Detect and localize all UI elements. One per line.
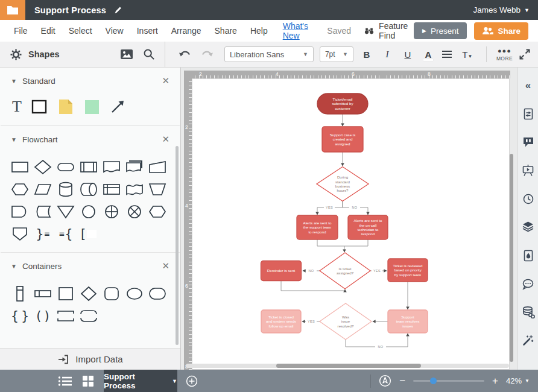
collapse-dock-button[interactable]: « [518, 71, 538, 100]
horizontal-scrollbar[interactable] [186, 364, 509, 368]
shape-preparation[interactable] [10, 181, 30, 198]
shape-note[interactable] [57, 98, 75, 116]
align-text-icon[interactable] [441, 50, 452, 58]
shape-bracket-frame[interactable] [55, 308, 76, 324]
panel-scrollbar[interactable] [176, 146, 179, 345]
shape-curly-braces[interactable]: {} [10, 308, 30, 324]
shape-manual-operation[interactable] [147, 181, 168, 198]
section-collapse-caret[interactable]: ▼ [11, 136, 17, 143]
shape-rectangle[interactable] [31, 98, 48, 115]
comments-button[interactable] [518, 128, 538, 156]
shape-vertical-container[interactable] [10, 285, 30, 302]
data-linking-button[interactable] [518, 298, 538, 326]
underline-button[interactable]: U [400, 49, 415, 60]
close-icon[interactable]: ✕ [162, 134, 169, 145]
search-icon[interactable] [143, 48, 155, 60]
add-page-icon[interactable] [186, 375, 198, 387]
horizontal-scrollbar-thumb[interactable] [276, 364, 421, 368]
shape-terminator[interactable] [55, 159, 76, 175]
menu-share[interactable]: Share [208, 26, 244, 36]
shape-multi-document[interactable] [124, 159, 145, 175]
shape-stored-data[interactable] [33, 203, 53, 220]
shape-arrow[interactable] [109, 98, 126, 115]
node-start[interactable]: Ticket/emailsubmitted bycustomer [317, 93, 368, 114]
shape-display[interactable] [147, 203, 168, 220]
font-color-button[interactable]: A [421, 49, 435, 60]
whats-new-link[interactable]: What's New [278, 21, 321, 40]
present-button[interactable]: ▶ Present [414, 22, 467, 39]
document-title[interactable]: Support Process [34, 5, 106, 15]
shape-rounded-container[interactable] [101, 285, 122, 302]
shape-annotation-left[interactable]: ≡{ [55, 226, 76, 242]
vertical-scrollbar-thumb[interactable] [510, 154, 513, 362]
node-ticket-reviewed[interactable]: Ticket is reviewedbased on priorityby su… [388, 259, 428, 282]
more-tools-button[interactable]: ●●● MORE [496, 48, 513, 62]
shape-text[interactable]: T [12, 99, 22, 115]
feature-find-button[interactable]: Feature Find [364, 21, 414, 40]
connector-line[interactable] [344, 239, 368, 246]
page-list-icon[interactable] [58, 376, 72, 387]
connector-line[interactable] [317, 239, 344, 252]
node-business-hours[interactable]: Duringstandardbusinesshours? [317, 167, 369, 201]
canvas-area[interactable]: 2 4 6 8 2 4 6 8 Ticket/emailsubmitted by… [181, 68, 517, 370]
shape-document[interactable] [101, 159, 122, 175]
shape-ellipse-container[interactable] [124, 285, 145, 302]
node-ticket-assigned[interactable]: Is ticketassigned? [320, 253, 370, 289]
chat-button[interactable] [518, 270, 538, 298]
theme-button[interactable] [518, 241, 538, 270]
italic-button[interactable]: I [380, 49, 394, 60]
shape-direct-access-storage[interactable] [78, 181, 99, 198]
shape-horizontal-container[interactable] [33, 285, 53, 302]
zoom-slider-knob[interactable] [430, 378, 437, 384]
shape-manual-input[interactable] [147, 159, 168, 175]
undo-icon[interactable] [179, 49, 193, 60]
shape-merge[interactable] [55, 203, 76, 220]
text-options-button[interactable]: T▼ [458, 49, 476, 60]
gear-icon[interactable] [10, 48, 22, 61]
shape-paper-tape[interactable] [124, 181, 145, 198]
close-icon[interactable]: ✕ [162, 261, 169, 271]
node-alerts-support-team[interactable]: Alerts are sent tothe support teamto res… [297, 215, 338, 239]
bold-button[interactable]: B [359, 49, 374, 60]
font-family-select[interactable]: Liberation Sans ▼ [224, 46, 314, 62]
node-team-resolves[interactable]: Supportteam resolvesissues [388, 310, 428, 333]
layers-button[interactable] [518, 213, 538, 241]
node-issue-resolved[interactable]: Wasissueresolved? [320, 303, 372, 340]
shape-database[interactable] [55, 181, 76, 198]
redo-icon[interactable] [199, 49, 214, 60]
menu-arrange[interactable]: Arrange [165, 26, 208, 36]
shape-rounded-frame[interactable] [78, 308, 99, 324]
shape-delay[interactable] [10, 203, 30, 220]
page-settings-button[interactable] [518, 100, 538, 128]
shape-sticky-note[interactable] [84, 99, 100, 115]
shape-diamond-container[interactable] [78, 285, 99, 302]
app-logo[interactable] [0, 0, 25, 20]
section-collapse-caret[interactable]: ▼ [11, 78, 17, 84]
rename-pencil-icon[interactable] [113, 5, 122, 14]
menu-insert[interactable]: Insert [130, 26, 165, 36]
user-account-menu[interactable]: James Webb ▼ [473, 5, 530, 14]
zoom-slider[interactable] [413, 380, 484, 382]
menu-help[interactable]: Help [244, 26, 274, 36]
menu-select[interactable]: Select [62, 26, 99, 36]
shape-data[interactable] [33, 181, 53, 198]
menu-edit[interactable]: Edit [34, 26, 62, 36]
node-alerts-oncall[interactable]: Alerts are sent tothe on-calltechnician … [348, 215, 388, 239]
shape-rectangle-container[interactable] [55, 285, 76, 302]
import-data-button[interactable]: Import Data [0, 348, 180, 370]
magic-clean-up-button[interactable] [518, 326, 538, 355]
zoom-level-select[interactable]: 42% ▼ [506, 376, 530, 385]
section-containers-header[interactable]: ▼ Containers ✕ [0, 253, 180, 279]
fullscreen-icon[interactable] [519, 48, 531, 60]
shape-pill-container[interactable] [147, 285, 168, 302]
shape-process[interactable] [10, 159, 30, 175]
document-page[interactable]: Ticket/emailsubmitted bycustomerSupport … [192, 78, 510, 370]
present-mode-button[interactable] [518, 156, 538, 185]
shape-predefined-process[interactable] [78, 159, 99, 175]
section-standard-header[interactable]: ▼ Standard ✕ [0, 68, 180, 94]
shape-decision[interactable] [33, 159, 53, 175]
shape-annotation-right[interactable]: }≡ [33, 226, 53, 242]
shape-off-page-connector[interactable] [10, 226, 30, 242]
shape-note-bracket[interactable]: [ [78, 226, 99, 242]
font-size-select[interactable]: 7pt ▼ [320, 46, 353, 62]
